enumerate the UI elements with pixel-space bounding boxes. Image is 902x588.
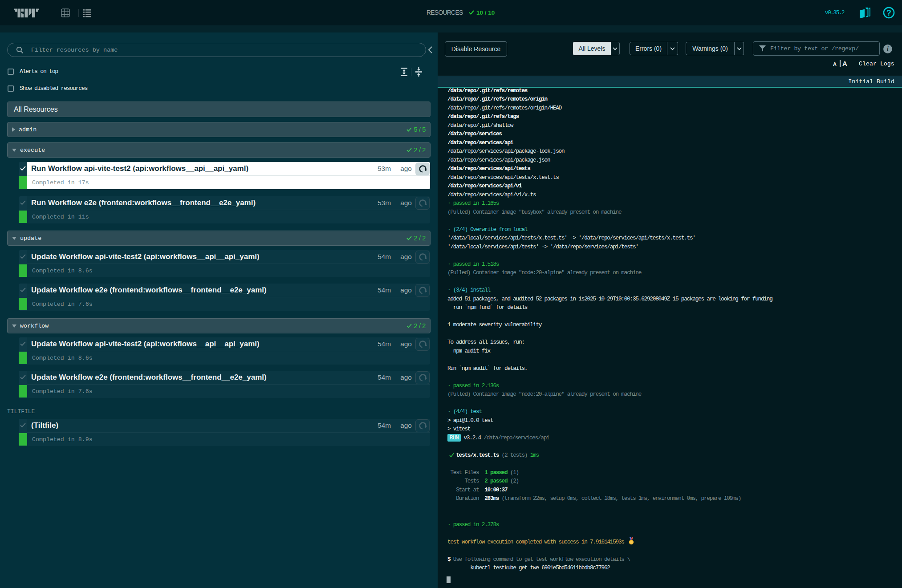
svg-text:?: ? [886,8,891,17]
